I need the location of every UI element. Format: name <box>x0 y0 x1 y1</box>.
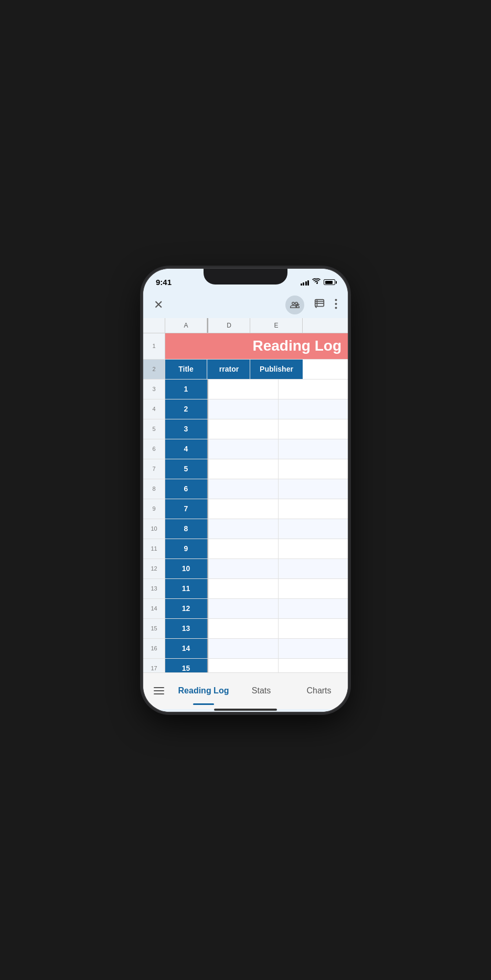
phone-frame: 9:41 <box>143 269 348 712</box>
tab-reading-log[interactable]: Reading Log <box>175 673 232 709</box>
narrator-cell[interactable] <box>208 559 279 578</box>
row-number: 13 <box>143 579 165 598</box>
narrator-cell[interactable] <box>208 399 279 419</box>
narrator-cell[interactable] <box>208 499 279 519</box>
row-index-cell: 10 <box>165 559 207 578</box>
row-index-cell: 5 <box>165 459 207 479</box>
row-num-1: 1 <box>143 333 165 359</box>
svg-point-2 <box>335 303 337 305</box>
status-time: 9:41 <box>156 278 172 287</box>
table-row[interactable]: 11 9 <box>143 539 348 559</box>
narrator-cell[interactable] <box>208 539 279 559</box>
col-header-e: E <box>250 318 303 333</box>
row-index-cell: 9 <box>165 539 207 559</box>
row-number: 17 <box>143 659 165 672</box>
home-bar <box>214 709 277 711</box>
publisher-cell[interactable] <box>279 539 348 559</box>
tab-charts[interactable]: Charts <box>290 673 348 709</box>
row-number: 11 <box>143 539 165 559</box>
row-num-header <box>143 318 165 333</box>
table-row[interactable]: 4 2 <box>143 399 348 419</box>
row-index-cell: 7 <box>165 499 207 519</box>
table-row[interactable]: 7 5 <box>143 459 348 479</box>
menu-button[interactable] <box>143 673 175 709</box>
table-row[interactable]: 5 3 <box>143 419 348 439</box>
table-row[interactable]: 17 15 <box>143 659 348 672</box>
publisher-cell[interactable] <box>279 479 348 499</box>
table-row[interactable]: 14 12 <box>143 599 348 619</box>
table-row[interactable]: 6 4 <box>143 439 348 459</box>
col-header-d: D <box>208 318 250 333</box>
publisher-cell[interactable] <box>279 599 348 618</box>
more-options-button[interactable] <box>335 299 337 311</box>
row-index-cell: 14 <box>165 639 207 658</box>
publisher-cell[interactable] <box>279 419 348 439</box>
notch <box>204 269 287 284</box>
table-row[interactable]: 9 7 <box>143 499 348 519</box>
publisher-cell[interactable] <box>279 519 348 539</box>
spreadsheet-body: 1 Reading Log 2 Title rrator Publisher 3… <box>143 333 348 672</box>
table-row[interactable]: 12 10 <box>143 559 348 579</box>
narrator-cell[interactable] <box>208 419 279 439</box>
phone-screen: 9:41 <box>143 269 348 712</box>
row-index-cell: 13 <box>165 619 207 638</box>
narrator-cell[interactable] <box>208 659 279 672</box>
table-row[interactable]: 3 1 <box>143 380 348 399</box>
spreadsheet-title: Reading Log <box>252 338 341 354</box>
tab-bar: Reading Log Stats Charts <box>143 672 348 709</box>
publisher-cell[interactable] <box>279 639 348 658</box>
hamburger-icon <box>154 687 164 694</box>
row-number: 10 <box>143 519 165 539</box>
table-row[interactable]: 16 14 <box>143 639 348 659</box>
narrator-cell[interactable] <box>208 519 279 539</box>
add-person-button[interactable] <box>285 296 304 314</box>
row-number: 6 <box>143 439 165 459</box>
table-row[interactable]: 8 6 <box>143 479 348 499</box>
publisher-cell[interactable] <box>279 399 348 419</box>
publisher-cell[interactable] <box>279 439 348 459</box>
row-number: 12 <box>143 559 165 578</box>
narrator-cell[interactable] <box>208 459 279 479</box>
publisher-cell[interactable] <box>279 459 348 479</box>
publisher-cell[interactable] <box>279 380 348 399</box>
row-index-cell: 6 <box>165 479 207 499</box>
header-publisher: Publisher <box>250 360 303 379</box>
row-index-cell: 12 <box>165 599 207 618</box>
publisher-cell[interactable] <box>279 659 348 672</box>
narrator-cell[interactable] <box>208 639 279 658</box>
title-cell[interactable]: Reading Log <box>165 333 348 359</box>
tab-items: Reading Log Stats Charts <box>175 673 348 709</box>
narrator-cell[interactable] <box>208 439 279 459</box>
publisher-cell[interactable] <box>279 559 348 578</box>
status-icons <box>301 278 336 286</box>
row-number: 9 <box>143 499 165 519</box>
row-index-cell: 3 <box>165 419 207 439</box>
publisher-cell[interactable] <box>279 579 348 598</box>
col-header-a: A <box>165 318 207 333</box>
row-index-cell: 8 <box>165 519 207 539</box>
narrator-cell[interactable] <box>208 380 279 399</box>
comment-button[interactable] <box>314 298 325 312</box>
svg-rect-0 <box>315 299 324 306</box>
narrator-cell[interactable] <box>208 619 279 638</box>
narrator-cell[interactable] <box>208 599 279 618</box>
publisher-cell[interactable] <box>279 499 348 519</box>
wifi-icon <box>312 278 321 286</box>
table-row[interactable]: 15 13 <box>143 619 348 639</box>
table-row[interactable]: 10 8 <box>143 519 348 539</box>
header-narrator: rrator <box>208 360 250 379</box>
signal-icon <box>301 279 309 286</box>
publisher-cell[interactable] <box>279 619 348 638</box>
title-row: 1 Reading Log <box>143 333 348 360</box>
row-index-cell: 4 <box>165 439 207 459</box>
narrator-cell[interactable] <box>208 479 279 499</box>
tab-stats[interactable]: Stats <box>232 673 290 709</box>
toolbar-left: ✕ <box>154 298 163 312</box>
narrator-cell[interactable] <box>208 579 279 598</box>
row-number: 5 <box>143 419 165 439</box>
row-number: 15 <box>143 619 165 638</box>
close-button[interactable]: ✕ <box>154 298 163 312</box>
row-number: 3 <box>143 380 165 399</box>
table-row[interactable]: 13 11 <box>143 579 348 599</box>
row-index-cell: 1 <box>165 380 207 399</box>
